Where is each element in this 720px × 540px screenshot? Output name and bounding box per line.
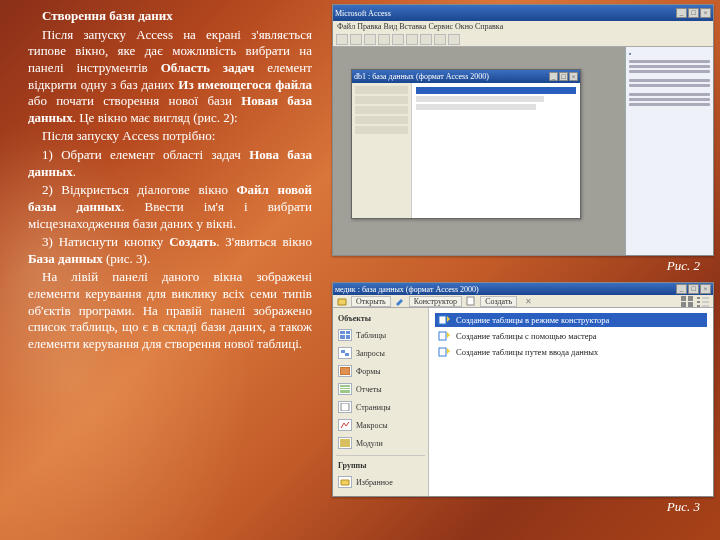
titlebar: Microsoft Access _ □ × — [333, 5, 713, 21]
cat-forms[interactable]: Формы — [336, 363, 425, 379]
svg-rect-14 — [341, 350, 345, 353]
svg-rect-7 — [697, 301, 700, 303]
svg-rect-6 — [702, 297, 709, 299]
wizard-icon — [437, 330, 451, 342]
svg-rect-2 — [688, 296, 693, 301]
cat-header: Группы — [336, 455, 425, 472]
design-button[interactable]: Конструктор — [409, 296, 462, 307]
close-icon[interactable]: × — [569, 72, 578, 81]
toolbar-button[interactable] — [392, 34, 404, 45]
menubar[interactable]: Файл Правка Вид Вставка Сервис Окно Спра… — [333, 21, 713, 33]
close-icon[interactable]: × — [700, 8, 711, 18]
svg-rect-19 — [340, 389, 350, 390]
cat-favorites[interactable]: Избранное — [336, 474, 425, 490]
toolbar-button[interactable] — [406, 34, 418, 45]
svg-rect-13 — [345, 331, 346, 339]
new-button[interactable]: Создать — [480, 296, 517, 307]
heading: Створення бази даних — [28, 8, 312, 25]
open-button[interactable]: Открыть — [351, 296, 391, 307]
list-item[interactable]: Создание таблицы путем ввода данных — [435, 345, 707, 359]
cat-modules[interactable]: Модули — [336, 435, 425, 451]
titlebar: db1 : база данных (формат Access 2000) _… — [352, 70, 580, 83]
cat-header: Объекты — [336, 312, 425, 325]
large-icons-icon[interactable] — [681, 296, 693, 307]
para-4: 2) Відкриється діалогове вікно Файл ново… — [28, 182, 312, 232]
titlebar: медик : база данных (формат Access 2000)… — [333, 283, 713, 295]
minimize-icon[interactable]: _ — [676, 284, 687, 294]
svg-rect-18 — [340, 387, 350, 388]
window-title: медик : база данных (формат Access 2000) — [335, 285, 676, 294]
figure-db-window: медик : база данных (формат Access 2000)… — [332, 282, 714, 497]
objects-pane: Объекты Таблицы Запросы Формы Отчеты Стр… — [333, 308, 429, 496]
maximize-icon[interactable]: □ — [688, 8, 699, 18]
svg-rect-5 — [697, 297, 700, 299]
svg-rect-22 — [439, 316, 446, 324]
close-icon[interactable]: × — [700, 284, 711, 294]
toolbar-button[interactable] — [434, 34, 446, 45]
svg-rect-1 — [681, 296, 686, 301]
figure-caption: Рис. 3 — [667, 499, 700, 515]
toolbar: Открыть Конструктор Создать ✕ — [333, 295, 713, 308]
toolbar-button[interactable] — [350, 34, 362, 45]
para-2: Після запуску Access потрібно: — [28, 128, 312, 145]
list-item[interactable]: Создание таблицы в режиме конструктора — [435, 313, 707, 327]
task-pane[interactable]: • — [625, 47, 713, 255]
svg-rect-3 — [681, 302, 686, 307]
cat-reports[interactable]: Отчеты — [336, 381, 425, 397]
wizard-icon — [437, 314, 451, 326]
db-window: db1 : база данных (формат Access 2000) _… — [351, 69, 581, 219]
figure-access-main: Microsoft Access _ □ × Файл Правка Вид В… — [332, 4, 714, 256]
svg-rect-9 — [697, 305, 700, 307]
para-3: 1) Обрати елемент області задач Нова баз… — [28, 147, 312, 180]
open-icon — [337, 296, 347, 306]
minimize-icon[interactable]: _ — [549, 72, 558, 81]
figure-caption: Рис. 2 — [667, 258, 700, 274]
minimize-icon[interactable]: _ — [676, 8, 687, 18]
toolbar-button[interactable] — [448, 34, 460, 45]
svg-rect-8 — [702, 301, 709, 303]
maximize-icon[interactable]: □ — [688, 284, 699, 294]
para-6: На лівій панелі даного вікна зображені е… — [28, 269, 312, 352]
list-item[interactable]: Создание таблицы с помощью мастера — [435, 329, 707, 343]
list-icons-icon[interactable] — [697, 296, 709, 307]
text-column: Створення бази даних Після запуску Acces… — [0, 0, 322, 540]
wizard-icon — [437, 346, 451, 358]
cat-macros[interactable]: Макросы — [336, 417, 425, 433]
cat-queries[interactable]: Запросы — [336, 345, 425, 361]
svg-rect-4 — [688, 302, 693, 307]
cat-tables[interactable]: Таблицы — [336, 327, 425, 343]
svg-rect-24 — [439, 348, 446, 356]
svg-rect-16 — [340, 367, 350, 375]
design-icon — [395, 296, 405, 306]
toolbar-button[interactable] — [336, 34, 348, 45]
app-body: db1 : база данных (формат Access 2000) _… — [333, 47, 713, 255]
window-title: Microsoft Access — [335, 9, 676, 18]
new-icon — [466, 296, 476, 306]
toolbar-button[interactable] — [364, 34, 376, 45]
svg-rect-20 — [341, 403, 349, 411]
toolbar-button[interactable] — [378, 34, 390, 45]
para-5: 3) Натиснути кнопку Создать. З'явиться в… — [28, 234, 312, 267]
toolbar-button[interactable] — [420, 34, 432, 45]
maximize-icon[interactable]: □ — [559, 72, 568, 81]
window-title: db1 : база данных (формат Access 2000) — [354, 72, 549, 81]
items-pane: Создание таблицы в режиме конструктора С… — [429, 308, 713, 496]
toolbar — [333, 33, 713, 47]
svg-rect-23 — [439, 332, 446, 340]
svg-rect-0 — [467, 297, 474, 305]
para-1: Після запуску Access на екрані з'являєть… — [28, 27, 312, 127]
cat-pages[interactable]: Страницы — [336, 399, 425, 415]
svg-rect-10 — [702, 305, 709, 307]
svg-rect-15 — [345, 353, 349, 356]
svg-rect-21 — [340, 439, 350, 447]
